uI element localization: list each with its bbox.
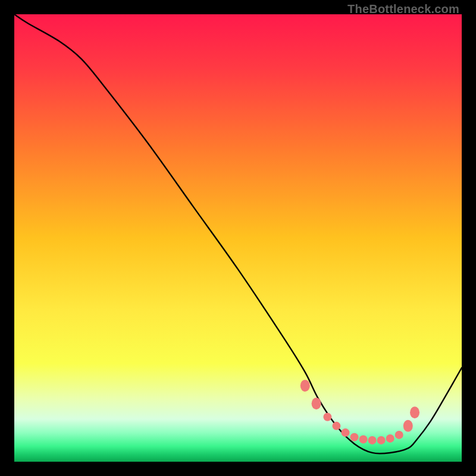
plot-area — [14, 14, 462, 462]
marker-dot — [403, 420, 413, 432]
marker-dot — [410, 406, 419, 418]
chart-frame: TheBottleneck.com — [0, 0, 476, 476]
marker-dot — [395, 431, 403, 439]
marker-dot — [332, 422, 340, 430]
marker-dot — [350, 433, 359, 441]
marker-dot — [312, 397, 321, 409]
marker-dot — [368, 436, 377, 444]
marker-dot — [341, 428, 349, 437]
gradient-background — [14, 14, 462, 462]
marker-dot — [359, 435, 368, 443]
chart-svg — [14, 14, 462, 462]
marker-dot — [377, 436, 386, 444]
marker-dot — [300, 380, 310, 392]
marker-dot — [323, 413, 331, 421]
marker-dot — [386, 434, 394, 443]
